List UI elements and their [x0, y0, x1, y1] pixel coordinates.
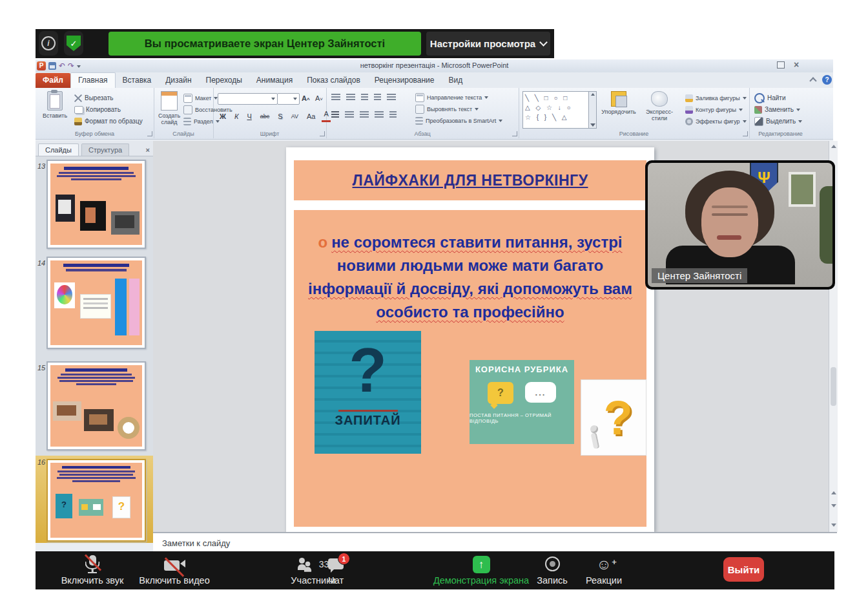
character-spacing-button[interactable]: AV	[289, 111, 300, 122]
chat-button[interactable]: 1 Чат	[316, 551, 355, 589]
grow-font-button[interactable]: A˄	[300, 93, 312, 103]
dialog-launcher-icon[interactable]	[320, 131, 325, 136]
record-icon	[545, 556, 560, 571]
font-size-combo[interactable]	[277, 93, 300, 105]
webcam-overlay[interactable]: Ψ Центер Зайнятості	[645, 160, 835, 290]
tab-file[interactable]: Файл	[36, 73, 70, 88]
previous-slide-icon[interactable]	[829, 487, 838, 498]
chevron-down-icon	[539, 38, 548, 47]
underline-button[interactable]: Ч	[245, 111, 253, 122]
replace-button[interactable]: Заменить	[754, 104, 800, 115]
shapes-gallery-scroll[interactable]	[588, 91, 597, 129]
reactions-button[interactable]: ☺+ Реакции	[581, 551, 626, 589]
collapse-ribbon-icon[interactable]	[809, 77, 816, 84]
arrange-button[interactable]: Упорядочить	[600, 90, 637, 129]
dialog-launcher-icon[interactable]	[743, 131, 748, 136]
shrink-font-button[interactable]: A˅	[313, 93, 325, 103]
next-slide-icon[interactable]	[829, 500, 838, 511]
align-left-icon[interactable]	[331, 111, 339, 118]
slide-number: 15	[37, 364, 45, 372]
close-window-icon[interactable]: ×	[794, 61, 799, 69]
shape-fill-button[interactable]: Заливка фигуры	[685, 92, 747, 103]
view-settings-dropdown[interactable]: Настройки просмотра	[426, 32, 550, 56]
font-name-combo[interactable]	[218, 93, 278, 105]
slide-thumbnail-15[interactable]: 15	[36, 361, 153, 453]
text-shadow-button[interactable]: S	[276, 111, 284, 122]
tab-design[interactable]: Дизайн	[158, 73, 198, 88]
shape-effects-button[interactable]: Эффекты фигур	[685, 116, 747, 127]
dialog-launcher-icon[interactable]	[147, 131, 152, 136]
camera-off-icon	[164, 555, 185, 573]
shapes-gallery[interactable]: ╲ ╲ □ ○ □ △ ◇ ☆ ↓ ○ ☆ { } ╲ △	[522, 91, 592, 129]
quick-styles-button[interactable]: Экспресс-стили	[639, 90, 680, 129]
tab-slideshow[interactable]: Показ слайдов	[300, 73, 367, 88]
text-direction-icon	[415, 93, 424, 102]
dialog-launcher-icon[interactable]	[512, 131, 517, 136]
scrollbar-thumb[interactable]	[831, 367, 836, 406]
slide-number: 13	[37, 162, 45, 170]
columns-icon[interactable]	[389, 111, 397, 118]
align-text-button[interactable]: Выровнять текст	[415, 103, 479, 114]
share-screen-button[interactable]: ↑ Демонстрация экрана	[429, 551, 533, 589]
help-icon[interactable]: ?	[822, 75, 832, 85]
powerpoint-window: P ↶ ↷ нетворкінг презентація - Microsoft…	[36, 59, 833, 555]
slide-body-placeholder[interactable]: оне соромтеся ставити питання, зустрі но…	[294, 210, 646, 527]
chat-badge: 1	[338, 553, 350, 565]
tab-view[interactable]: Вид	[442, 73, 470, 88]
start-video-button[interactable]: Включить видео	[126, 551, 223, 589]
tab-outline[interactable]: Структура	[81, 143, 129, 156]
decrease-indent-icon[interactable]	[361, 94, 368, 101]
paste-button[interactable]: Вставить	[38, 90, 72, 129]
tab-transitions[interactable]: Переходы	[199, 73, 249, 88]
zoom-toolbar: Включить звук Включить видео 33 Участник	[36, 551, 834, 589]
select-button[interactable]: Выделить	[754, 116, 802, 127]
leave-meeting-button[interactable]: Выйти	[723, 557, 764, 582]
tab-slides-thumbnails[interactable]: Слайды	[38, 143, 79, 156]
unmute-button[interactable]: Включить звук	[47, 551, 138, 589]
line-spacing-icon[interactable]	[387, 94, 396, 101]
text-direction-button[interactable]: Направление текста	[415, 92, 488, 103]
change-case-button[interactable]: Aa	[305, 111, 317, 122]
bullets-icon[interactable]	[331, 94, 340, 101]
ribbon: Вставить Вырезать Копировать Формат по о…	[36, 88, 833, 140]
align-right-icon[interactable]	[360, 111, 369, 118]
question-poster-image: ? ЗАПИТАЙ	[315, 331, 421, 454]
copy-button[interactable]: Копировать	[74, 104, 121, 115]
close-panel-icon[interactable]: ×	[146, 146, 150, 154]
tab-insert[interactable]: Вставка	[116, 73, 159, 88]
restore-window-icon[interactable]	[777, 61, 785, 69]
slide-thumbnail-14[interactable]: 14	[36, 257, 153, 352]
share-screen-icon: ↑	[473, 556, 490, 573]
cut-icon	[74, 94, 82, 102]
format-painter-button[interactable]: Формат по образцу	[74, 116, 143, 127]
italic-button[interactable]: К	[232, 111, 240, 122]
increase-indent-icon[interactable]	[374, 94, 381, 101]
scroll-down-icon[interactable]	[829, 520, 838, 530]
slide-thumbnail-13[interactable]: 13	[36, 160, 153, 251]
group-clipboard: Вставить Вырезать Копировать Формат по о…	[36, 88, 154, 138]
tab-animations[interactable]: Анимация	[249, 73, 300, 88]
numbering-icon[interactable]	[346, 94, 355, 101]
new-slide-button[interactable]: Создать слайд	[155, 90, 183, 129]
justify-icon[interactable]	[375, 111, 384, 118]
strikethrough-button[interactable]: abc	[258, 111, 272, 122]
convert-smartart-button[interactable]: Преобразовать в SmartArt	[415, 115, 502, 126]
info-icon: i	[41, 36, 56, 50]
tab-home[interactable]: Главная	[70, 72, 116, 89]
meeting-info-button[interactable]: i	[39, 31, 58, 56]
tab-review[interactable]: Рецензирование	[367, 73, 442, 88]
find-button[interactable]: Найти	[754, 92, 786, 103]
shape-outline-button[interactable]: Контур фигуры	[685, 104, 743, 115]
thumb-yellow-question: ?	[112, 496, 130, 518]
record-button[interactable]: Запись	[530, 551, 575, 589]
cut-button[interactable]: Вырезать	[74, 92, 113, 103]
rubric-title: КОРИСНА РУБРИКА	[475, 365, 568, 374]
security-button[interactable]: ✓	[64, 31, 83, 56]
shape-outline-icon	[685, 106, 693, 114]
scroll-up-icon[interactable]	[829, 141, 838, 151]
slide-thumbnail-16-selected[interactable]: 16 ? ?	[36, 456, 153, 543]
align-center-icon[interactable]	[345, 111, 354, 118]
bold-button[interactable]: Ж	[218, 111, 228, 122]
slide-canvas[interactable]: ЛАЙФХАКИ ДЛЯ НЕТВОРКІНГУ оне соромтеся с…	[286, 147, 654, 532]
slide-title-placeholder[interactable]: ЛАЙФХАКИ ДЛЯ НЕТВОРКІНГУ	[294, 160, 646, 200]
